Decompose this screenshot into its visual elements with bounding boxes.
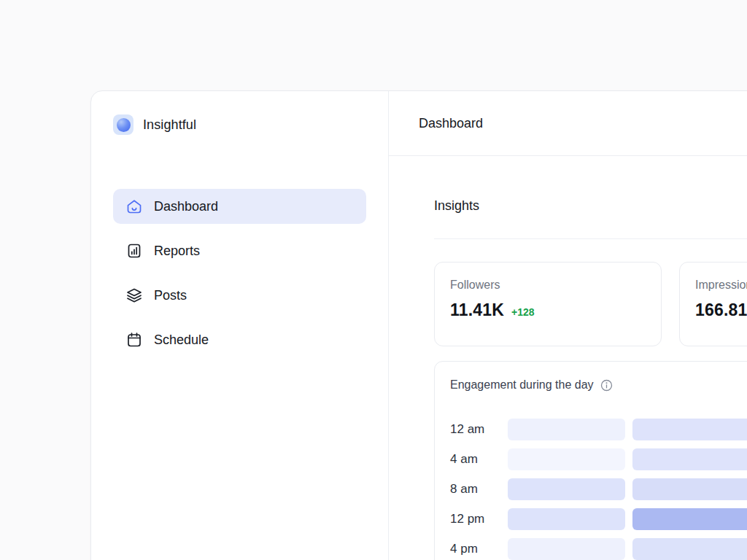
stat-label: Impressions <box>695 279 747 292</box>
engagement-cell <box>632 508 747 530</box>
engagement-card: Engagement during the day 12 am <box>434 361 747 560</box>
time-label: 12 am <box>450 422 508 437</box>
section-divider <box>434 238 747 239</box>
time-label: 8 am <box>450 482 508 497</box>
time-label: 4 pm <box>450 542 508 556</box>
bar-chart-icon <box>125 242 143 260</box>
sidebar-item-dashboard[interactable]: Dashboard <box>113 189 366 224</box>
calendar-icon <box>125 331 143 349</box>
engagement-title: Engagement during the day <box>450 378 594 392</box>
stat-value-row: 166.81K <box>695 300 747 320</box>
layers-icon <box>125 287 143 304</box>
engagement-row: 4 am <box>450 448 747 470</box>
sidebar-item-reports[interactable]: Reports <box>113 233 366 268</box>
home-icon <box>125 198 143 215</box>
brand-logo-icon <box>113 114 133 135</box>
brand-orb-icon <box>117 118 131 132</box>
engagement-cell <box>632 419 747 440</box>
engagement-cell <box>508 508 625 530</box>
stat-label: Followers <box>450 279 646 292</box>
engagement-cell <box>632 478 747 500</box>
section-title: Insights <box>434 198 747 214</box>
brand-name: Insightful <box>143 117 196 133</box>
nav-label: Schedule <box>154 332 209 348</box>
nav-label: Reports <box>154 244 200 259</box>
page-title: Dashboard <box>419 116 483 131</box>
content: Insights Followers 11.41K +128 Impressio… <box>389 198 747 560</box>
stat-card-row: Followers 11.41K +128 Impressions 166.81… <box>434 262 747 346</box>
nav-label: Posts <box>154 288 187 303</box>
engagement-cell <box>632 538 747 560</box>
brand[interactable]: Insightful <box>113 114 366 135</box>
stat-card-impressions: Impressions 166.81K <box>679 262 747 346</box>
engagement-row: 12 am <box>450 419 747 440</box>
engagement-row: 12 pm <box>450 508 747 530</box>
stat-value: 166.81K <box>695 300 747 320</box>
stat-value: 11.41K <box>450 300 504 320</box>
stat-delta: +128 <box>511 306 535 318</box>
time-label: 4 am <box>450 452 508 467</box>
app-window: Insightful Dashboard <box>90 90 747 560</box>
sidebar-nav: Dashboard Reports <box>91 189 388 357</box>
engagement-cell <box>508 419 625 440</box>
stat-value-row: 11.41K +128 <box>450 300 646 320</box>
main-panel: Dashboard Insights Followers 11.41K +128… <box>389 91 747 560</box>
stat-card-followers: Followers 11.41K +128 <box>434 262 662 346</box>
main-header: Dashboard <box>389 91 747 156</box>
engagement-row: 8 am <box>450 478 747 500</box>
sidebar-item-schedule[interactable]: Schedule <box>113 322 366 357</box>
engagement-rows: 12 am 4 am 8 am 12 p <box>450 419 747 560</box>
time-label: 12 pm <box>450 512 508 526</box>
engagement-header: Engagement during the day <box>450 378 747 392</box>
sidebar-item-posts[interactable]: Posts <box>113 278 366 313</box>
engagement-cell <box>508 448 625 470</box>
info-icon[interactable] <box>600 379 613 392</box>
nav-label: Dashboard <box>154 199 218 214</box>
engagement-cell <box>508 478 625 500</box>
engagement-cell <box>508 538 625 560</box>
engagement-row: 4 pm <box>450 538 747 560</box>
sidebar: Insightful Dashboard <box>91 91 389 560</box>
engagement-cell <box>632 448 747 470</box>
